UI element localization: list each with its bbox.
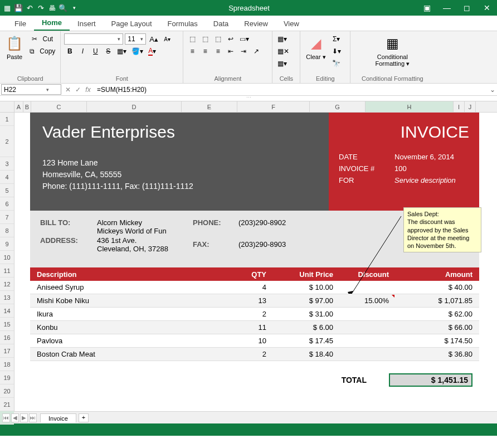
undo-icon[interactable]: ↶: [25, 3, 35, 13]
sheet-nav-prev[interactable]: ◀: [11, 413, 19, 422]
save-icon[interactable]: 💾: [13, 3, 23, 13]
font-color-button[interactable]: A▾: [147, 46, 158, 57]
row-header-17[interactable]: 17: [0, 344, 14, 358]
table-row[interactable]: Boston Crab Meat2$ 18.40$ 36.80: [30, 348, 479, 361]
sheet-nav-last[interactable]: ⏭: [29, 413, 37, 422]
cancel-formula-button[interactable]: ✕: [64, 86, 72, 94]
preview-icon[interactable]: 🔍: [58, 3, 68, 13]
align-middle-button[interactable]: ⬚: [199, 33, 211, 45]
row-header-7[interactable]: 7: [0, 211, 14, 224]
conditional-formatting-button[interactable]: ▦ ConditionalFormatting ▾: [373, 33, 412, 68]
name-box[interactable]: ▾: [1, 84, 61, 95]
tab-review[interactable]: Review: [236, 16, 276, 31]
tab-file[interactable]: File: [7, 16, 34, 31]
row-header-19[interactable]: 19: [0, 371, 14, 384]
row-header-6[interactable]: 6: [0, 197, 14, 211]
insert-cells-button[interactable]: ▦▾: [276, 33, 289, 45]
col-header-B[interactable]: B: [23, 101, 31, 112]
ribbon-collapse-icon[interactable]: ▣: [419, 2, 435, 13]
row-header-16[interactable]: 16: [0, 331, 14, 344]
minimize-button[interactable]: —: [439, 2, 455, 13]
row-header-5[interactable]: 5: [0, 184, 14, 197]
chevron-down-icon[interactable]: ▾: [138, 36, 145, 42]
clear-button[interactable]: ◢ Clear ▾: [304, 33, 328, 61]
col-header-J[interactable]: J: [465, 101, 476, 112]
align-top-button[interactable]: ⬚: [187, 33, 198, 45]
paste-button[interactable]: 📋 Paste: [3, 33, 26, 61]
tab-data[interactable]: Data: [206, 16, 236, 31]
align-center-button[interactable]: ≡: [199, 46, 211, 57]
table-row[interactable]: Pavlova10$ 17.45$ 174.50: [30, 334, 479, 348]
fill-color-button[interactable]: 🪣▾: [130, 46, 145, 57]
row-header-4[interactable]: 4: [0, 171, 14, 184]
col-header-F[interactable]: F: [237, 101, 310, 112]
font-size-combo[interactable]: ▾: [125, 33, 146, 45]
decrease-indent-button[interactable]: ⇤: [225, 46, 236, 57]
col-header-C[interactable]: C: [31, 101, 87, 112]
bold-button[interactable]: B: [64, 46, 75, 57]
delete-cells-button[interactable]: ▦✕: [276, 46, 291, 57]
underline-button[interactable]: U: [90, 46, 101, 57]
row-header-3[interactable]: 3: [0, 157, 14, 171]
sheet-nav-first[interactable]: ⏮: [2, 413, 10, 422]
tab-home[interactable]: Home: [34, 15, 70, 31]
row-header-20[interactable]: 20: [0, 384, 14, 398]
tab-formulas[interactable]: Formulas: [160, 16, 206, 31]
table-row[interactable]: Mishi Kobe Niku13$ 97.0015.00%$ 1,071.85: [30, 294, 479, 308]
align-left-button[interactable]: ≡: [187, 46, 198, 57]
row-header-8[interactable]: 8: [0, 224, 14, 237]
fill-button[interactable]: ⬇▾: [330, 46, 343, 57]
col-header-G[interactable]: G: [310, 101, 366, 112]
row-header-12[interactable]: 12: [0, 277, 14, 291]
shrink-font-button[interactable]: A▾: [162, 33, 173, 45]
table-row[interactable]: Konbu11$ 6.00$ 66.00: [30, 321, 479, 334]
align-right-button[interactable]: ≡: [212, 46, 223, 57]
sheet-nav-next[interactable]: ▶: [20, 413, 28, 422]
row-header-18[interactable]: 18: [0, 358, 14, 371]
expand-formula-icon[interactable]: ⌄: [488, 86, 497, 94]
select-all-corner[interactable]: [0, 101, 14, 113]
find-button[interactable]: 🔭: [330, 58, 343, 69]
strike-button[interactable]: S: [103, 46, 114, 57]
row-header-9[interactable]: 9: [0, 237, 14, 251]
total-value-cell[interactable]: $ 1,451.15: [389, 373, 472, 387]
increase-indent-button[interactable]: ⇥: [238, 46, 249, 57]
tab-pagelayout[interactable]: Page Layout: [104, 16, 160, 31]
chevron-down-icon[interactable]: ▾: [46, 87, 54, 92]
row-header-15[interactable]: 15: [0, 318, 14, 331]
row-header-13[interactable]: 13: [0, 291, 14, 304]
cut-button[interactable]: ✂ Cut: [28, 33, 57, 45]
col-header-E[interactable]: E: [182, 101, 237, 112]
orientation-button[interactable]: ↗: [251, 46, 262, 57]
fx-button[interactable]: fx: [84, 86, 92, 94]
spreadsheet-grid[interactable]: 12345678910111213141516171819202122 ABCD…: [0, 101, 497, 411]
close-button[interactable]: ✕: [479, 2, 495, 13]
col-header-D[interactable]: D: [87, 101, 182, 112]
add-sheet-button[interactable]: +: [79, 413, 89, 422]
merge-button[interactable]: ▭▾: [238, 33, 251, 45]
table-row[interactable]: Ikura2$ 31.00$ 62.00: [30, 308, 479, 321]
sheet-tab-invoice[interactable]: Invoice: [40, 413, 76, 422]
format-cells-button[interactable]: ▦▾: [276, 58, 289, 69]
comment-indicator[interactable]: [392, 295, 394, 298]
maximize-button[interactable]: ◻: [459, 2, 475, 13]
col-header-I[interactable]: I: [454, 101, 465, 112]
italic-button[interactable]: I: [77, 46, 88, 57]
autosum-button[interactable]: Σ▾: [330, 33, 343, 45]
enter-formula-button[interactable]: ✓: [74, 86, 82, 94]
borders-button[interactable]: ▦▾: [115, 46, 128, 57]
redo-icon[interactable]: ↷: [36, 3, 46, 13]
formula-input[interactable]: [95, 84, 488, 95]
tab-view[interactable]: View: [276, 16, 307, 31]
tab-insert[interactable]: Insert: [70, 16, 104, 31]
row-header-14[interactable]: 14: [0, 304, 14, 318]
col-header-A[interactable]: A: [14, 101, 23, 112]
grow-font-button[interactable]: A▴: [148, 33, 160, 45]
col-header-H[interactable]: H: [366, 101, 454, 112]
row-header-1[interactable]: 1: [0, 113, 14, 126]
print-icon[interactable]: 🖶: [47, 3, 57, 13]
wrap-text-button[interactable]: ↩: [225, 33, 236, 45]
row-header-21[interactable]: 21: [0, 398, 14, 411]
align-bottom-button[interactable]: ⬚: [212, 33, 223, 45]
table-row[interactable]: Aniseed Syrup4$ 10.00$ 40.00: [30, 281, 479, 294]
